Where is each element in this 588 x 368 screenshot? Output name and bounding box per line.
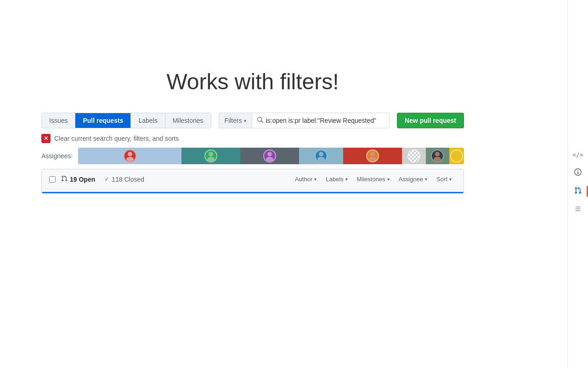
pr-list-container: 19 Open ✓ 118 Closed Author ▾ Labels ▾ M… bbox=[41, 169, 464, 194]
list-icon bbox=[574, 205, 582, 214]
sort-filter-button[interactable]: Sort ▾ bbox=[432, 174, 456, 184]
svg-point-10 bbox=[435, 152, 440, 156]
filters-dropdown-button[interactable]: Filters ▾ bbox=[219, 113, 252, 128]
assignee-avatar-5[interactable] bbox=[343, 148, 402, 164]
tab-group: Issues Pull requests Labels Milestones bbox=[41, 113, 211, 128]
pull-request-nav-icon bbox=[574, 187, 582, 196]
assignee-filter-button[interactable]: Assignee ▾ bbox=[394, 174, 432, 184]
sort-caret-icon: ▾ bbox=[449, 177, 452, 182]
avatar-face-7 bbox=[431, 150, 444, 162]
svg-point-3 bbox=[207, 157, 215, 161]
avatar-face-6 bbox=[407, 150, 420, 162]
assignee-avatar-6[interactable] bbox=[402, 148, 425, 164]
clear-filter-label: Clear current search query, filters, and… bbox=[54, 135, 179, 142]
new-pull-request-button[interactable]: New pull request bbox=[397, 113, 464, 128]
milestones-filter-label: Milestones bbox=[357, 176, 385, 183]
assignee-avatar-1[interactable] bbox=[78, 148, 181, 164]
assignees-avatars[interactable] bbox=[78, 148, 464, 164]
tab-issues[interactable]: Issues bbox=[42, 113, 75, 128]
tab-labels[interactable]: Labels bbox=[131, 113, 165, 128]
avatar-face-8 bbox=[450, 150, 463, 162]
sort-filter-label: Sort bbox=[436, 176, 447, 183]
assignee-filter-label: Assignee bbox=[399, 176, 423, 183]
avatar-face-1 bbox=[124, 150, 136, 162]
assignee-avatar-4[interactable] bbox=[299, 148, 343, 164]
avatar-face-2 bbox=[204, 150, 217, 162]
svg-point-9 bbox=[369, 157, 376, 161]
code-icon-button[interactable]: </> bbox=[571, 147, 585, 162]
right-sidebar: </> bbox=[567, 0, 588, 368]
pull-request-open-icon bbox=[61, 175, 68, 183]
author-filter-label: Author bbox=[295, 176, 312, 183]
svg-point-0 bbox=[128, 152, 132, 156]
avatar-face-3 bbox=[263, 150, 276, 162]
hero-title: Works with filters! bbox=[166, 69, 339, 94]
assignees-label: Assignees: bbox=[41, 152, 73, 160]
code-icon: </> bbox=[572, 151, 583, 158]
repo-toolbar: Issues Pull requests Labels Milestones F… bbox=[41, 113, 464, 128]
search-input-wrap bbox=[252, 113, 390, 128]
assignees-bar: Assignees: bbox=[41, 148, 464, 164]
milestones-caret-icon: ▾ bbox=[387, 177, 390, 182]
pr-filters-right: Author ▾ Labels ▾ Milestones ▾ Assignee … bbox=[290, 174, 456, 184]
labels-filter-label: Labels bbox=[326, 176, 343, 183]
labels-filter-button[interactable]: Labels ▾ bbox=[321, 174, 352, 184]
svg-point-2 bbox=[209, 152, 213, 156]
assignee-avatar-8[interactable] bbox=[449, 148, 464, 164]
author-filter-button[interactable]: Author ▾ bbox=[290, 174, 321, 184]
svg-point-6 bbox=[319, 152, 323, 156]
info-icon-button[interactable] bbox=[571, 166, 585, 180]
clear-filter-bar: ✕ Clear current search query, filters, a… bbox=[41, 134, 464, 143]
avatar-face-5 bbox=[366, 150, 379, 162]
search-input[interactable] bbox=[266, 117, 384, 124]
checkmark-icon: ✓ bbox=[104, 176, 109, 183]
svg-point-7 bbox=[317, 157, 325, 161]
pull-request-icon-button[interactable] bbox=[571, 184, 585, 199]
list-icon-button[interactable] bbox=[571, 202, 585, 217]
tab-pull-requests[interactable]: Pull requests bbox=[75, 113, 131, 128]
search-icon bbox=[257, 117, 263, 125]
info-icon bbox=[574, 168, 582, 178]
svg-point-11 bbox=[434, 157, 441, 161]
assignee-avatar-2[interactable] bbox=[181, 148, 240, 164]
svg-point-1 bbox=[126, 157, 134, 161]
avatar-face-4 bbox=[315, 150, 328, 162]
pr-list-header: 19 Open ✓ 118 Closed Author ▾ Labels ▾ M… bbox=[42, 169, 464, 190]
filters-label: Filters bbox=[225, 117, 242, 124]
filters-caret-icon: ▾ bbox=[244, 118, 246, 123]
pr-open-count: 19 Open bbox=[70, 176, 95, 183]
labels-caret-icon: ▾ bbox=[345, 177, 348, 182]
clear-filter-button[interactable]: ✕ bbox=[41, 134, 51, 143]
assignee-caret-icon: ▾ bbox=[425, 177, 427, 182]
pr-open-tab[interactable]: 19 Open bbox=[61, 175, 95, 183]
assignee-avatar-3[interactable] bbox=[240, 148, 299, 164]
tab-milestones[interactable]: Milestones bbox=[165, 113, 211, 128]
pr-closed-tab[interactable]: ✓ 118 Closed bbox=[104, 176, 144, 183]
pr-list-body bbox=[42, 190, 464, 193]
select-all-checkbox[interactable] bbox=[49, 176, 56, 183]
assignee-avatar-7[interactable] bbox=[426, 148, 449, 164]
author-caret-icon: ▾ bbox=[314, 177, 317, 182]
search-area: Filters ▾ bbox=[219, 113, 390, 128]
milestones-filter-button[interactable]: Milestones ▾ bbox=[352, 174, 394, 184]
svg-point-8 bbox=[370, 152, 375, 156]
svg-point-4 bbox=[267, 152, 272, 156]
pr-closed-count: 118 Closed bbox=[112, 176, 144, 183]
svg-point-5 bbox=[266, 157, 273, 161]
